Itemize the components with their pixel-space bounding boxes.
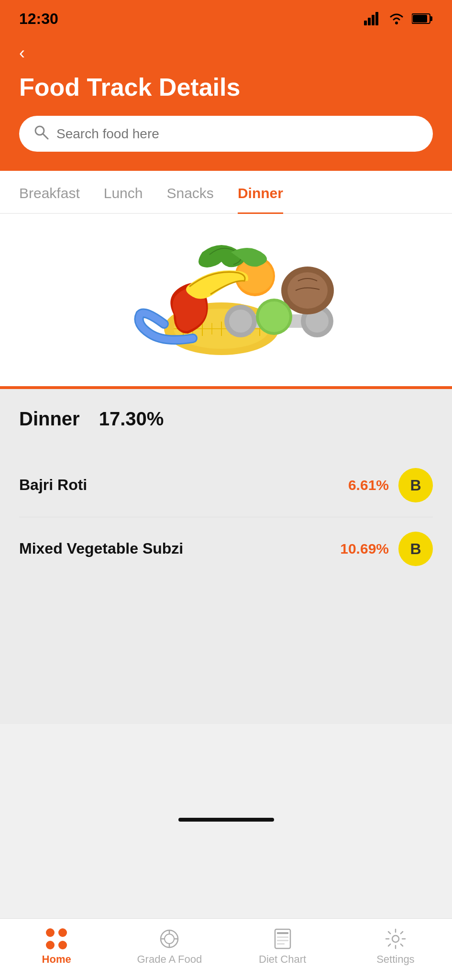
tabs-bar: Breakfast Lunch Snacks Dinner (0, 171, 452, 214)
svg-point-36 (165, 934, 174, 944)
home-indicator (178, 818, 274, 822)
svg-rect-7 (413, 15, 427, 22)
battery-icon (412, 13, 433, 24)
food-image-section (0, 214, 452, 386)
search-icon (33, 124, 49, 143)
svg-point-46 (392, 935, 399, 942)
svg-rect-1 (368, 18, 371, 25)
back-button[interactable]: ‹ (19, 43, 25, 63)
status-icons (364, 12, 433, 25)
svg-point-31 (259, 301, 289, 332)
meal-percent: 17.30% (99, 408, 164, 430)
svg-rect-0 (364, 21, 367, 25)
search-input[interactable] (56, 126, 419, 142)
svg-rect-45 (277, 943, 285, 945)
content-section: Dinner 17.30% Bajri Roti 6.61% B Mixed V… (0, 389, 452, 724)
nav-label-home: Home (42, 953, 71, 966)
svg-rect-2 (372, 15, 375, 25)
grade-badge: B (398, 468, 433, 502)
nav-label-diet-chart: Diet Chart (259, 953, 306, 966)
settings-icon (385, 928, 406, 949)
svg-point-29 (287, 272, 328, 309)
food-item-bajri-roti[interactable]: Bajri Roti 6.61% B (19, 454, 433, 517)
tab-snacks[interactable]: Snacks (166, 171, 213, 213)
status-time: 12:30 (19, 10, 58, 28)
food-illustration (107, 228, 346, 372)
status-bar: 12:30 (0, 0, 452, 33)
food-item-mixed-veg[interactable]: Mixed Vegetable Subzi 10.69% B (19, 517, 433, 580)
bottom-nav: Home Grade A Food Diet Chart Settings (0, 918, 452, 980)
wifi-icon (388, 12, 405, 25)
grade-badge: B (398, 532, 433, 566)
svg-rect-42 (277, 932, 288, 934)
search-bar[interactable] (19, 116, 433, 152)
diet-chart-icon (273, 928, 292, 949)
signal-icon (364, 12, 381, 25)
food-name: Bajri Roti (19, 475, 87, 495)
nav-label-grade-a-food: Grade A Food (137, 953, 202, 966)
nav-item-grade-a-food[interactable]: Grade A Food (113, 928, 226, 966)
tab-dinner[interactable]: Dinner (238, 171, 283, 213)
nav-item-settings[interactable]: Settings (339, 928, 452, 966)
tab-breakfast[interactable]: Breakfast (19, 171, 80, 213)
svg-point-4 (395, 22, 398, 24)
meal-header: Dinner 17.30% (19, 408, 433, 430)
svg-point-25 (229, 310, 252, 333)
svg-rect-3 (375, 12, 378, 25)
svg-rect-43 (277, 936, 288, 938)
nav-item-home[interactable]: Home (0, 928, 113, 966)
svg-rect-44 (277, 940, 288, 941)
meal-title: Dinner (19, 408, 80, 430)
nav-label-settings: Settings (376, 953, 415, 966)
food-right: 10.69% B (340, 532, 433, 566)
nav-item-diet-chart[interactable]: Diet Chart (226, 928, 339, 966)
page-title: Food Track Details (19, 73, 433, 101)
svg-line-9 (43, 134, 48, 139)
home-icon (46, 928, 67, 949)
food-name: Mixed Vegetable Subzi (19, 539, 183, 559)
grade-a-food-icon (159, 928, 180, 949)
food-percent: 10.69% (340, 541, 389, 557)
food-right: 6.61% B (348, 468, 433, 502)
food-percent: 6.61% (348, 477, 389, 493)
tab-lunch[interactable]: Lunch (104, 171, 143, 213)
header: ‹ Food Track Details (0, 33, 452, 171)
svg-rect-6 (430, 16, 432, 21)
